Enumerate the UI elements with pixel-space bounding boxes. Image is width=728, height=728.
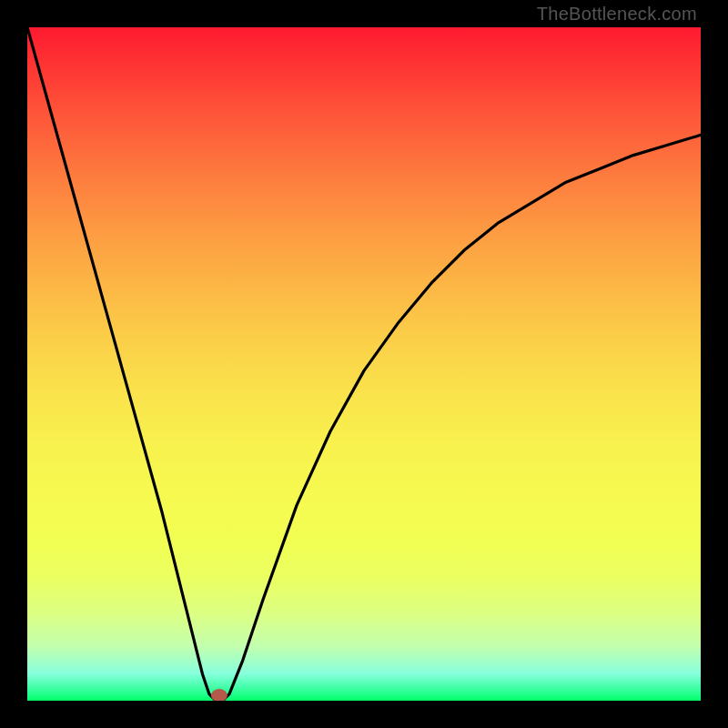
bottleneck-curve-path [27,27,701,701]
chart-frame: TheBottleneck.com [0,0,728,728]
watermark-text: TheBottleneck.com [537,4,697,25]
curve-svg [27,27,701,701]
min-marker [211,689,228,701]
plot-area [27,27,701,701]
